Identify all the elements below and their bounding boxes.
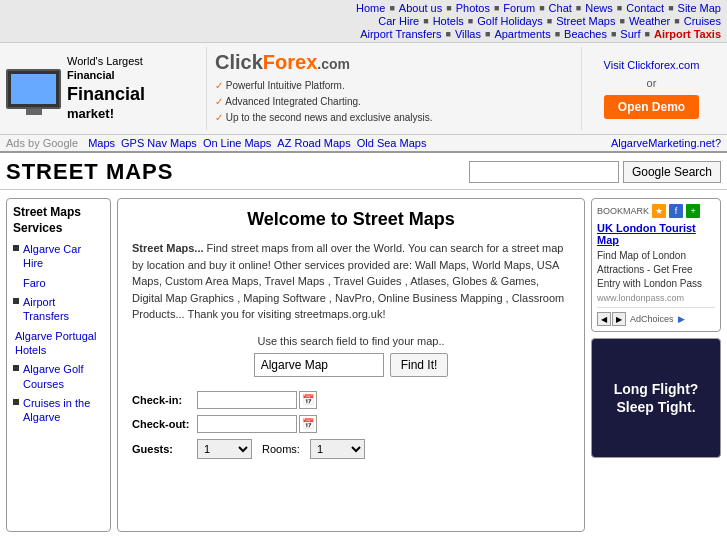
ads-link-maps[interactable]: Maps [88, 137, 115, 149]
nav-news[interactable]: News [585, 2, 613, 14]
page-header: STREET MAPS Google Search [0, 153, 727, 190]
nav-hotels[interactable]: Hotels [433, 15, 464, 27]
next-arrow-button[interactable]: ▶ [612, 312, 626, 326]
bookmark-green-icon: + [686, 204, 700, 218]
nav-about[interactable]: About us [399, 2, 442, 14]
banner-ad-area: World's Largest Financial Financial mark… [0, 43, 727, 135]
nav-weather[interactable]: Weather [629, 15, 670, 27]
nav-streetmaps[interactable]: Street Maps [556, 15, 615, 27]
map-search-input[interactable] [254, 353, 384, 377]
nav-apartments[interactable]: Apartments [494, 28, 550, 40]
bullet-icon [13, 298, 19, 304]
london-site-url: www.londonpass.com [597, 293, 715, 303]
guests-row: Guests: 1234 Rooms: 1234 [132, 439, 570, 459]
ads-by-google: Ads by Google [6, 137, 78, 149]
monitor-icon [6, 69, 61, 109]
rooms-label: Rooms: [262, 443, 300, 455]
ad-choices-row: ◀ ▶ AdChoices ▶ [597, 307, 715, 326]
banner-bullets: Powerful Intuitive Platform. Advanced In… [215, 78, 573, 126]
nav-airport-taxis[interactable]: Airport Taxis [654, 28, 721, 40]
sidebar-title: Street Maps Services [13, 205, 104, 236]
bookmark-box: BOOKMARK ★ f + UK London Tourist Map Fin… [591, 198, 721, 332]
search-bar-top: Google Search [469, 161, 721, 183]
nav-row-3: Airport Transfers ■ Villas ■ Apartments … [6, 28, 721, 40]
find-it-button[interactable]: Find It! [390, 353, 449, 377]
search-input[interactable] [469, 161, 619, 183]
ad-choices-icon: ▶ [678, 314, 685, 324]
nav-villas[interactable]: Villas [455, 28, 481, 40]
or-text: or [647, 77, 657, 89]
ad-banner-box[interactable]: Long Flight? Sleep Tight. [591, 338, 721, 458]
main-container: Street Maps Services Algarve Car Hire Fa… [0, 190, 727, 540]
checkin-calendar-icon[interactable]: 📅 [299, 391, 317, 409]
ads-link-gps[interactable]: GPS Nav Maps [121, 137, 197, 149]
sidebar-item-faro[interactable]: Faro [13, 276, 104, 290]
checkout-row: Check-out: 📅 [132, 415, 570, 433]
bookmark-label: BOOKMARK [597, 206, 649, 216]
ad-banner-title: Long Flight? Sleep Tight. [614, 380, 699, 416]
ads-link-sea[interactable]: Old Sea Maps [357, 137, 427, 149]
nav-cruises[interactable]: Cruises [684, 15, 721, 27]
banner-right: Visit Clickforex.com or Open Demo [581, 47, 721, 130]
nav-beaches[interactable]: Beaches [564, 28, 607, 40]
london-tourist-map-text: Find Map of London Attractions - Get Fre… [597, 249, 715, 291]
guests-select[interactable]: 1234 [197, 439, 252, 459]
nav-row-2: Car Hire ■ Hotels ■ Golf Holidays ■ Stre… [6, 15, 721, 27]
search-prompt: Use this search field to find your map.. [132, 335, 570, 347]
checkin-label: Check-in: [132, 394, 197, 406]
visit-clickforex-link[interactable]: Visit Clickforex.com [604, 59, 700, 71]
nav-row-1: Home ■ About us ■ Photos ■ Forum ■ Chat … [6, 2, 721, 14]
right-sidebar: BOOKMARK ★ f + UK London Tourist Map Fin… [591, 198, 721, 532]
nav-chat[interactable]: Chat [549, 2, 572, 14]
nav-sitemap[interactable]: Site Map [678, 2, 721, 14]
bullet-icon [13, 245, 19, 251]
algarvemark: AlgarveMarketing.net? [611, 137, 721, 149]
sidebar-item-golf[interactable]: Algarve Golf Courses [13, 362, 104, 391]
nav-forum[interactable]: Forum [503, 2, 535, 14]
nav-home[interactable]: Home [356, 2, 385, 14]
bookmark-bar: BOOKMARK ★ f + [597, 204, 715, 218]
nav-golf[interactable]: Golf Holidays [477, 15, 542, 27]
checkout-label: Check-out: [132, 418, 197, 430]
checkout-input[interactable] [197, 415, 297, 433]
nav-arrows: ◀ ▶ [597, 312, 626, 326]
bookmark-blue-icon: f [669, 204, 683, 218]
nav-airport-transfers[interactable]: Airport Transfers [360, 28, 441, 40]
checkin-input[interactable] [197, 391, 297, 409]
ads-row: Ads by Google Maps GPS Nav Maps On Line … [0, 135, 727, 153]
checkout-calendar-icon[interactable]: 📅 [299, 415, 317, 433]
nav-photos[interactable]: Photos [456, 2, 490, 14]
bookmark-orange-icon: ★ [652, 204, 666, 218]
page-title: STREET MAPS [6, 159, 173, 185]
prev-arrow-button[interactable]: ◀ [597, 312, 611, 326]
center-title: Welcome to Street Maps [132, 209, 570, 230]
banner-left: World's Largest Financial Financial mark… [6, 47, 206, 130]
sidebar-item-hotels[interactable]: Algarve Portugal Hotels [13, 329, 104, 358]
top-navigation: Home ■ About us ■ Photos ■ Forum ■ Chat … [0, 0, 727, 43]
banner-text: World's Largest Financial Financial mark… [67, 54, 145, 123]
ad-choices-label: AdChoices [630, 314, 674, 324]
checkin-row: Check-in: 📅 [132, 391, 570, 409]
sidebar-item-airport[interactable]: Airport Transfers [13, 295, 104, 324]
guests-label: Guests: [132, 443, 197, 455]
welcome-text: Street Maps... Find street maps from all… [132, 240, 570, 323]
sidebar: Street Maps Services Algarve Car Hire Fa… [6, 198, 111, 532]
ads-links: Maps GPS Nav Maps On Line Maps AZ Road M… [88, 137, 611, 149]
clickforex-logo: ClickForex.com [215, 51, 573, 74]
center-content: Welcome to Street Maps Street Maps... Fi… [117, 198, 585, 532]
nav-surf[interactable]: Surf [620, 28, 640, 40]
map-search-row: Find It! [132, 353, 570, 377]
sidebar-item-cruises[interactable]: Cruises in the Algarve [13, 396, 104, 425]
ads-link-az[interactable]: AZ Road Maps [277, 137, 350, 149]
nav-contact[interactable]: Contact [626, 2, 664, 14]
sidebar-item-carhire[interactable]: Algarve Car Hire [13, 242, 104, 271]
bullet-icon [13, 399, 19, 405]
google-search-button[interactable]: Google Search [623, 161, 721, 183]
ads-link-online[interactable]: On Line Maps [203, 137, 271, 149]
open-demo-button[interactable]: Open Demo [604, 95, 699, 119]
rooms-select[interactable]: 1234 [310, 439, 365, 459]
london-tourist-map-title[interactable]: UK London Tourist Map [597, 222, 715, 246]
banner-center: ClickForex.com Powerful Intuitive Platfo… [206, 47, 581, 130]
nav-carhire[interactable]: Car Hire [378, 15, 419, 27]
bullet-icon [13, 365, 19, 371]
